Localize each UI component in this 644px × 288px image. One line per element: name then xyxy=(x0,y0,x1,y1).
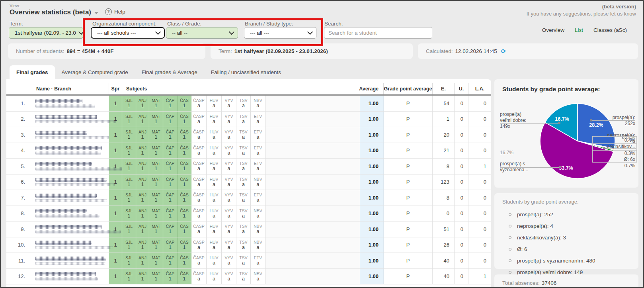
redacted-branch-line xyxy=(35,104,95,108)
nav-list[interactable]: List xyxy=(575,27,583,33)
subject-grade: a xyxy=(257,276,260,282)
subject-grade-cell: VYVa xyxy=(222,221,236,237)
student-name-redacted xyxy=(31,253,109,268)
subject-grade-cell: ČASPa xyxy=(191,159,207,174)
stat-item-text: prospel(a) s vyznamenaním: 480 xyxy=(517,258,595,264)
table-row[interactable]: 11.1SJL1ANJ1MAT1ČAP1ČAS1ČASPaHUVaVYVaTSV… xyxy=(6,253,491,269)
tab-final-grades-average[interactable]: Final grades & Average xyxy=(135,65,204,79)
subject-grade: 1 xyxy=(155,198,158,203)
branch-label: Branch / Study type: xyxy=(245,21,293,27)
subject-code: ANJ xyxy=(139,208,146,214)
average-value: 1.00 xyxy=(360,253,384,268)
table-row[interactable]: 10.1SJL1ANJ1MAT1ČAP1ČAS1ČASPaHUVaVYVaTSV… xyxy=(6,237,491,253)
gpa-value: P xyxy=(384,269,433,284)
table-row[interactable]: 2.1SJL1ANJ1MAT1ČAP1ČAS1ČASPaHUVaVYVaTSVa… xyxy=(6,112,491,127)
chevron-down-icon xyxy=(155,29,161,35)
table-row[interactable]: 4.1SJL1ANJ1MAT1ČAP1ČAS1ČASPaHUVaVYVaTSVa… xyxy=(6,143,491,159)
subject-code: VYV xyxy=(224,240,233,245)
callout-line xyxy=(500,167,560,168)
table-row[interactable]: 7.1SJL1ANJ1MAT1ČAP1ČAS1ČASPaHUVaVYVaTSVa… xyxy=(6,190,491,206)
gpa-value: P xyxy=(384,253,433,268)
subject-grade: 1 xyxy=(141,166,144,171)
subject-grade: a xyxy=(242,135,245,140)
table-row[interactable]: 1.1SJL1ANJ1MAT1ČAP1ČAS1ČASPaHUVaVYVaTSVa… xyxy=(6,96,491,112)
subject-grade: a xyxy=(197,182,200,187)
callout-line xyxy=(605,148,636,149)
subject-grade: 1 xyxy=(128,261,131,266)
row-number: 7. xyxy=(6,190,31,206)
gpa-value: P xyxy=(384,96,433,111)
nav-classes-asc[interactable]: Classes (aSc) xyxy=(593,27,627,33)
table-row[interactable]: 5.1SJL1ANJ1MAT1ČAP1ČAS1ČASPaHUVaVYVaTSVa… xyxy=(6,159,491,174)
table-row[interactable]: 12.1SJL1ANJ1MAT1ČAP1ČAS1ČASPaHUVaVYVaTSV… xyxy=(6,269,491,285)
students-count-card: Number of students: 894 = 454M + 440F xyxy=(8,43,205,59)
subject-grade-cell: VYVa xyxy=(222,127,236,143)
subject-grade: a xyxy=(242,276,245,282)
tab-final-grades[interactable]: Final grades xyxy=(10,65,55,79)
excused-count: 1 xyxy=(433,112,455,127)
student-name-redacted xyxy=(31,269,109,284)
nav-overview[interactable]: Overview xyxy=(542,27,564,33)
spr-grade: 1 xyxy=(109,174,122,190)
help-button[interactable]: ? Help xyxy=(105,8,125,15)
row-number: 11. xyxy=(6,253,31,268)
subject-code: TSV xyxy=(239,271,247,276)
subject-grade-cell: TSVa xyxy=(236,143,251,159)
subject-grade-cell: HUVa xyxy=(207,221,222,237)
subject-grade-cell: ČAS1 xyxy=(178,253,191,268)
subject-code: ČASP xyxy=(193,177,205,182)
empty-filler-cell xyxy=(265,253,360,268)
spr-grade: 1 xyxy=(109,253,122,268)
subject-grade-cell: ANJ1 xyxy=(136,112,149,127)
excused-count: 40 xyxy=(433,253,455,268)
subject-code: ETV xyxy=(254,114,262,119)
subject-grade-cell: MAT1 xyxy=(149,127,163,143)
subject-grade: a xyxy=(213,214,215,219)
average-value: 1.00 xyxy=(360,159,384,174)
page-title-dropdown[interactable]: Overview statistics (beta) xyxy=(10,8,98,16)
subject-code: ANJ xyxy=(139,114,146,119)
org-component-select[interactable]: --- all schools --- xyxy=(91,27,165,39)
subject-grade: 1 xyxy=(128,229,131,234)
subject-grade: 1 xyxy=(128,182,131,187)
table-row[interactable]: 9.1SJL1ANJ1MAT1ČAP1ČAS1ČASPaHUVaVYVaTSVa… xyxy=(6,221,491,237)
subject-code: VYV xyxy=(224,271,233,276)
subject-code: VYV xyxy=(224,114,233,119)
student-name-redacted xyxy=(31,159,109,174)
gpa-value: P xyxy=(384,127,433,143)
excused-count: 54 xyxy=(433,96,455,111)
subject-grade-cell: HUVa xyxy=(207,237,222,253)
view-switcher: Overview List Classes (aSc) xyxy=(542,27,627,33)
subject-grade: a xyxy=(257,182,260,187)
subject-code: ANJ xyxy=(139,145,146,151)
subject-grade-cell: ČASPa xyxy=(191,143,207,159)
tab-average-computed[interactable]: Average & Computed grade xyxy=(55,65,135,79)
term-select[interactable]: 1st halfyear (02.09. - 23.0 xyxy=(9,27,83,39)
class-grade-select[interactable]: -- all -- xyxy=(166,27,238,39)
refresh-icon[interactable]: ⟳ xyxy=(501,48,506,55)
branch-study-select[interactable]: --- all --- xyxy=(244,27,316,39)
subject-grade-cell: ČAS1 xyxy=(178,237,191,253)
search-input[interactable] xyxy=(324,27,432,39)
row-number: 2. xyxy=(6,112,31,127)
empty-filler-cell xyxy=(265,127,360,143)
subject-grade-cell: ČAS1 xyxy=(178,127,191,143)
tab-failing-unclassified[interactable]: Failing / unclassified students xyxy=(204,65,288,79)
subject-grade-cell: ČAP1 xyxy=(163,96,178,111)
subject-grade-cell: MAT1 xyxy=(149,112,163,127)
subject-code: SJL xyxy=(125,240,133,245)
table-row[interactable]: 3.1SJL1ANJ1MAT1ČAP1ČAS1ČASPaHUVaVYVaTSVa… xyxy=(6,127,491,143)
excused-count: 26 xyxy=(433,237,455,253)
question-circle-icon: ? xyxy=(105,8,112,15)
subject-code: ČASP xyxy=(193,145,205,151)
subject-grade: 1 xyxy=(169,245,172,250)
subject-grade: a xyxy=(257,198,260,203)
subject-code: VYV xyxy=(224,177,233,182)
subject-grade-cell: ČASPa xyxy=(191,112,207,127)
subject-grade: a xyxy=(242,198,245,203)
table-row[interactable]: 8.1SJL1ANJ1MAT1ČAP1ČAS1ČASPaHUVaVYVaTSVa… xyxy=(6,206,491,222)
term-select-value: 1st halfyear (02.09. - 23.0 xyxy=(15,30,76,36)
table-row[interactable]: 6.1SJL1ANJ1MAT1ČAP1ČAS1ČASPaHUVaVYVaTSVa… xyxy=(6,174,491,190)
subject-grade-cell: ANJ1 xyxy=(136,206,149,221)
stat-item-neklasifikovany: neklasifikovaný(á): 3 xyxy=(502,232,638,243)
